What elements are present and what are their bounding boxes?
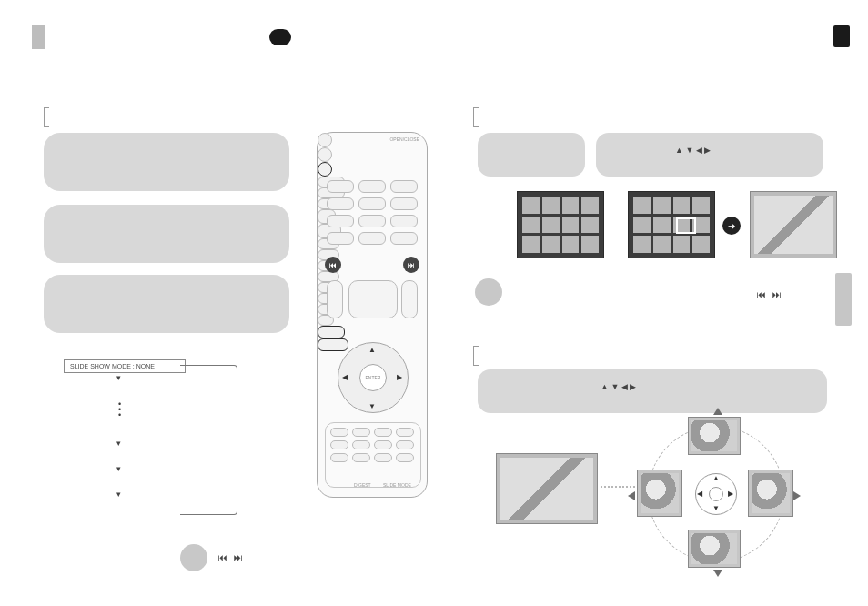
digest-grid-after [628,191,715,258]
down-arrow-icon: ▾ [116,373,121,382]
cursor-arrows-label: ▲ ▼ ◀ ▶ [675,146,711,155]
remote-button[interactable] [330,440,348,449]
open-close-label: OPEN/CLOSE [389,136,419,142]
num-button[interactable] [390,232,418,245]
mode-loop-line [180,365,237,515]
cursor-center-icon [709,487,723,501]
instruction-panel-2 [44,205,289,263]
rotated-thumb-down [688,530,741,568]
instruction-panel-3 [44,275,289,333]
down-arrow-icon: ▾ [116,490,121,499]
num-button[interactable] [390,180,418,193]
arrow-right-icon: ➔ [722,217,741,235]
remote-button[interactable] [318,147,332,162]
down-arrow-icon: ▾ [116,439,121,448]
skip-icons: ⏮ ⏭ [218,552,245,562]
remote-button[interactable] [330,428,348,437]
note-bullet [475,278,502,306]
section-mark-b [473,107,479,127]
remote-button[interactable] [318,133,332,147]
selected-thumb [676,217,696,234]
remote-button[interactable] [352,440,370,449]
right-arrow-icon [793,491,801,500]
instruction-panel-1 [44,133,289,191]
tuning-ring-small[interactable] [348,280,398,318]
remote-button[interactable] [374,440,392,449]
digest-grid-before [517,191,604,258]
up-arrow-icon [713,408,722,415]
remote-button[interactable] [396,440,414,449]
slide-mode-label: SLIDE MODE [383,482,411,488]
enter-button[interactable]: ENTER [359,364,387,391]
remote-button[interactable] [374,453,392,462]
left-arrow-icon [628,491,635,500]
enlarged-photo [750,191,837,258]
num-button[interactable] [390,197,418,210]
ellipsis-icon: ••• [118,401,121,418]
mode-item: SLIDE SHOW MODE : NONE [64,359,186,373]
remote-button[interactable] [352,453,370,462]
volume-rocker[interactable] [327,280,343,318]
header-dot [269,29,291,45]
cursor-arrows-label: ▲ ▼ ◀ ▶ [601,382,636,391]
remote-button[interactable] [374,428,392,437]
rotated-thumb-left [637,470,682,517]
rotation-step-panel [478,369,827,413]
next-button[interactable]: ⏭ [403,257,419,273]
num-button[interactable] [390,215,418,227]
rotated-thumb-right [748,470,793,517]
digest-button[interactable] [318,326,345,338]
down-arrow-icon: ▾ [116,464,121,473]
num-button[interactable] [358,197,386,210]
power-button[interactable] [318,162,332,177]
digest-label: DIGEST [354,482,371,488]
section-mark-a [44,107,49,127]
page-corner-mark [833,25,850,47]
skip-icons: ⏮ ⏭ [757,289,783,299]
slide-mode-button[interactable] [318,338,348,351]
num-button[interactable] [327,180,354,193]
side-tab [835,273,852,326]
remote-button[interactable] [330,453,348,462]
num-button[interactable] [358,180,386,193]
remote-button[interactable] [396,428,414,437]
original-photo [496,453,598,524]
note-bullet [180,544,207,571]
num-button[interactable] [327,232,354,245]
mode-label: SLIDE SHOW MODE : NONE [70,363,155,369]
remote-control-diagram: OPEN/CLOSE ⏮ ⏭ ENTER ▲ ▼ ◀ ▶ [317,132,428,498]
remote-button[interactable] [352,428,370,437]
digest-step-panel-2 [596,133,823,177]
num-button[interactable] [327,215,354,227]
remote-button[interactable] [396,453,414,462]
prev-button[interactable]: ⏮ [325,257,341,273]
num-button[interactable] [358,215,386,227]
section-mark-c [473,346,479,366]
header-accent-bar [32,25,45,49]
num-button[interactable] [327,197,354,210]
down-arrow-icon [713,570,722,577]
digest-step-panel-1 [478,133,585,177]
num-button[interactable] [358,232,386,245]
rotated-thumb-up [688,417,741,455]
channel-rocker[interactable] [401,280,418,318]
